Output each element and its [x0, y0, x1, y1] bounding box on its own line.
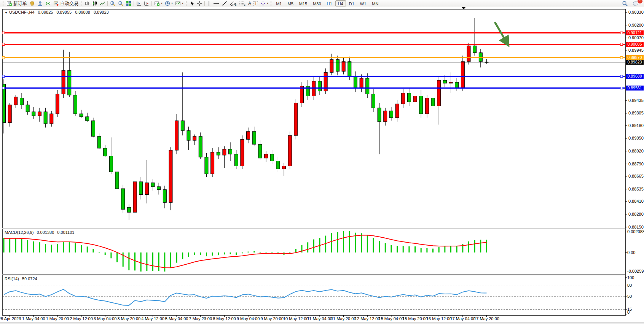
label-tool[interactable]: T [252, 0, 259, 7]
cursor-button[interactable] [188, 0, 196, 7]
periods-button[interactable]: ▾ [164, 0, 174, 7]
price-line-badge: 0.89870 [626, 55, 644, 60]
price-tick: 0.89945 [628, 48, 644, 52]
cursor-icon [190, 1, 194, 6]
new-order-icon [6, 1, 12, 6]
macd-name: MACD(12,26,9) [5, 230, 33, 235]
bar-chart-button[interactable] [83, 0, 91, 7]
macd-axis-tick: -0.002597 [627, 269, 644, 273]
new-order-button[interactable]: 新订单 [5, 0, 28, 7]
signal-button[interactable] [44, 0, 52, 7]
timeframe-mn[interactable]: MN [369, 0, 381, 6]
timeframe-w1[interactable]: W1 [357, 0, 369, 6]
ohlc-high: 0.89855 [56, 10, 72, 14]
vertical-line-tool[interactable] [206, 0, 212, 7]
ohlc-close: 0.89823 [94, 10, 109, 14]
timeframe-m30[interactable]: M30 [310, 0, 324, 6]
fibonacci-tool[interactable]: F [238, 0, 247, 7]
arrows-tool-icon [260, 1, 266, 6]
label-tool-icon: T [253, 1, 258, 6]
chat-button[interactable]: 1 [631, 0, 640, 7]
time-axis-label: 12 May 12:00 [355, 316, 380, 321]
auto-scroll-button[interactable] [135, 0, 143, 7]
candlestick-chart-button[interactable] [91, 0, 99, 7]
timeframe-m5[interactable]: M5 [285, 0, 296, 6]
rsi-value: 59.0724 [22, 276, 37, 281]
main-toolbar: 新订单 自动交易 [0, 0, 644, 7]
text-tool-icon: A [248, 1, 251, 6]
symbol-dropdown-icon[interactable]: ▼ [5, 11, 8, 14]
time-axis-label: 9 May 04:00 [237, 316, 260, 321]
rsi-axis-tick: 0 [627, 310, 630, 314]
template-icon [175, 1, 181, 6]
time-axis-label: 17 May 20:00 [474, 316, 499, 321]
equidistant-channel-icon: E [230, 1, 237, 6]
rsi-label: RSI(14) 59.0724 [5, 276, 37, 281]
price-tick: 0.89305 [628, 111, 644, 115]
toolbar-grip[interactable] [3, 1, 4, 6]
rsi-pane-separator[interactable] [2, 274, 625, 275]
time-axis-label: 9 May 20:00 [260, 316, 284, 321]
new-order-label: 新订单 [13, 0, 27, 7]
styles-button[interactable] [28, 0, 36, 7]
macd-value-main: 0.001380 [37, 230, 54, 235]
time-axis-label: 3 May 20:00 [118, 316, 141, 321]
autotrading-button[interactable]: 自动交易 [52, 0, 80, 7]
templates-button[interactable]: ▾ [174, 0, 185, 7]
channel-tool[interactable]: E [229, 0, 238, 7]
zoom-out-button[interactable] [117, 0, 125, 7]
arrows-tool[interactable]: ▾ [259, 0, 269, 7]
mt4-application: 新订单 自动交易 [0, 0, 644, 324]
indicators-button[interactable]: ▾ [153, 0, 164, 7]
indicators-icon [154, 1, 160, 6]
macd-pane-separator[interactable] [2, 228, 625, 229]
price-tick: 0.88410 [628, 199, 644, 203]
templates-caret: ▾ [182, 2, 183, 5]
zoom-in-button[interactable] [109, 0, 117, 7]
price-tick: 0.88790 [628, 162, 644, 166]
toolbar-grip[interactable] [81, 1, 82, 6]
chart-shift-button[interactable] [143, 0, 150, 7]
trendline-tool[interactable] [220, 0, 229, 7]
macd-axis-tick: 0.00 [627, 250, 635, 255]
chart-window[interactable]: ▼ USDCHF-,H4 0.89825 0.89855 0.89808 0.8… [0, 7, 644, 324]
bucket-icon [29, 1, 35, 6]
price-line-badge: 0.89561 [626, 86, 644, 91]
timeframe-m15[interactable]: M15 [296, 0, 310, 6]
crosshair-button[interactable] [196, 0, 203, 7]
person-icon [37, 1, 43, 6]
signal-icon [45, 1, 51, 6]
horizontal-line-icon [213, 1, 219, 6]
timeframe-d1[interactable]: D1 [346, 0, 357, 6]
timeframe-h4[interactable]: H4 [335, 0, 346, 6]
zoom-out-icon [118, 1, 124, 6]
time-axis-label: 1 May 04:00 [22, 316, 45, 321]
price-tick: 0.90200 [628, 23, 644, 27]
tile-windows-button[interactable] [125, 0, 132, 7]
price-tick: 0.90330 [628, 10, 644, 14]
crosshair-icon [197, 1, 202, 6]
tile-windows-icon [126, 1, 131, 6]
clock-icon [165, 1, 170, 6]
profile-button[interactable] [36, 0, 44, 7]
bar-chart-icon [84, 1, 90, 6]
price-tick: 0.88280 [628, 212, 644, 216]
timeframe-m1[interactable]: M1 [273, 0, 284, 6]
time-axis-label: 3 May 04:00 [94, 316, 117, 321]
time-axis-label: 5 May 04:00 [165, 316, 188, 321]
search-button[interactable] [621, 0, 629, 7]
toolbar-grip[interactable] [271, 1, 272, 6]
zoom-in-icon [110, 1, 116, 6]
window-bottom-edge [0, 322, 644, 324]
periods-caret: ▾ [171, 2, 173, 5]
fibonacci-icon: F [239, 1, 246, 6]
horizontal-line-tool[interactable] [212, 0, 220, 7]
arrows-caret: ▾ [267, 2, 268, 5]
toolbar-right-group: 1 [621, 0, 642, 7]
timeframe-h1[interactable]: H1 [324, 0, 335, 6]
text-tool[interactable]: A [247, 0, 252, 7]
auto-scroll-icon [136, 1, 142, 6]
rsi-axis-tick: 100 [627, 275, 634, 280]
line-chart-button[interactable] [99, 0, 106, 7]
toolbar-grip[interactable] [186, 1, 187, 6]
